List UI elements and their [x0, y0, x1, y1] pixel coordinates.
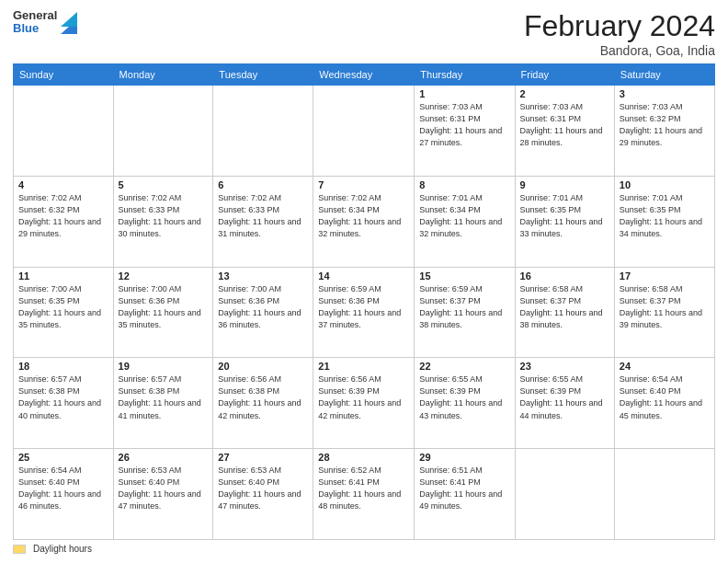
table-row: 18Sunrise: 6:57 AMSunset: 6:38 PMDayligh… [14, 358, 114, 449]
logo-text: General Blue [13, 9, 57, 36]
day-info: Sunrise: 6:54 AMSunset: 6:40 PMDaylight:… [620, 373, 710, 421]
day-number: 29 [419, 452, 509, 463]
day-number: 16 [520, 270, 609, 282]
table-row: 13Sunrise: 7:00 AMSunset: 6:36 PMDayligh… [213, 267, 313, 358]
table-row: 8Sunrise: 7:01 AMSunset: 6:34 PMDaylight… [415, 176, 515, 267]
day-number: 3 [620, 88, 710, 99]
table-row: 15Sunrise: 6:59 AMSunset: 6:37 PMDayligh… [415, 267, 515, 358]
table-row [113, 86, 213, 177]
day-info: Sunrise: 7:01 AMSunset: 6:34 PMDaylight:… [419, 192, 509, 240]
day-info: Sunrise: 6:57 AMSunset: 6:38 PMDaylight:… [119, 373, 209, 421]
table-row: 1Sunrise: 7:03 AMSunset: 6:31 PMDaylight… [415, 86, 515, 177]
table-row: 17Sunrise: 6:58 AMSunset: 6:37 PMDayligh… [614, 267, 714, 358]
day-number: 9 [520, 179, 609, 190]
table-row [614, 449, 714, 540]
calendar-table: SundayMondayTuesdayWednesdayThursdayFrid… [13, 63, 715, 540]
logo-blue: Blue [13, 22, 57, 35]
day-info: Sunrise: 7:00 AMSunset: 6:36 PMDaylight:… [119, 283, 209, 331]
svg-marker-1 [61, 12, 77, 27]
day-number: 13 [218, 270, 308, 282]
day-info: Sunrise: 6:53 AMSunset: 6:40 PMDaylight:… [119, 465, 209, 512]
day-number: 1 [419, 88, 509, 99]
table-row: 4Sunrise: 7:02 AMSunset: 6:32 PMDaylight… [14, 176, 114, 267]
table-row: 29Sunrise: 6:51 AMSunset: 6:41 PMDayligh… [415, 449, 515, 540]
month-title: February 2024 [524, 9, 715, 43]
day-number: 22 [419, 361, 509, 372]
table-row: 28Sunrise: 6:52 AMSunset: 6:41 PMDayligh… [313, 449, 415, 540]
day-info: Sunrise: 6:59 AMSunset: 6:36 PMDaylight:… [318, 283, 409, 331]
table-row: 9Sunrise: 7:01 AMSunset: 6:35 PMDaylight… [515, 176, 614, 267]
day-number: 8 [419, 179, 509, 190]
day-info: Sunrise: 6:52 AMSunset: 6:41 PMDaylight:… [318, 465, 409, 512]
table-row: 23Sunrise: 6:55 AMSunset: 6:39 PMDayligh… [515, 358, 614, 449]
day-info: Sunrise: 6:59 AMSunset: 6:37 PMDaylight:… [419, 283, 509, 331]
legend-label: Daylight hours [33, 544, 92, 554]
logo-icon [61, 10, 77, 34]
day-number: 19 [119, 361, 209, 372]
table-row: 3Sunrise: 7:03 AMSunset: 6:32 PMDaylight… [614, 86, 714, 177]
day-number: 7 [318, 179, 409, 190]
day-info: Sunrise: 6:54 AMSunset: 6:40 PMDaylight:… [18, 465, 108, 512]
table-row [213, 86, 313, 177]
day-number: 10 [620, 179, 710, 190]
table-row: 2Sunrise: 7:03 AMSunset: 6:31 PMDaylight… [515, 86, 614, 177]
col-header-monday: Monday [113, 64, 213, 86]
table-row: 22Sunrise: 6:55 AMSunset: 6:39 PMDayligh… [415, 358, 515, 449]
day-info: Sunrise: 6:55 AMSunset: 6:39 PMDaylight:… [419, 373, 509, 421]
logo: General Blue [13, 9, 77, 36]
table-row: 21Sunrise: 6:56 AMSunset: 6:39 PMDayligh… [313, 358, 415, 449]
footer: Daylight hours [13, 544, 715, 554]
day-info: Sunrise: 7:01 AMSunset: 6:35 PMDaylight:… [520, 192, 609, 240]
day-number: 11 [18, 270, 108, 282]
day-info: Sunrise: 6:55 AMSunset: 6:39 PMDaylight:… [520, 373, 609, 421]
legend-box [13, 545, 26, 554]
table-row [14, 86, 114, 177]
day-number: 28 [318, 452, 409, 463]
day-number: 6 [218, 179, 308, 190]
table-row: 27Sunrise: 6:53 AMSunset: 6:40 PMDayligh… [213, 449, 313, 540]
table-row: 12Sunrise: 7:00 AMSunset: 6:36 PMDayligh… [113, 267, 213, 358]
day-number: 26 [119, 452, 209, 463]
day-info: Sunrise: 7:00 AMSunset: 6:35 PMDaylight:… [18, 283, 108, 331]
table-row: 19Sunrise: 6:57 AMSunset: 6:38 PMDayligh… [113, 358, 213, 449]
day-number: 4 [18, 179, 108, 190]
table-row: 24Sunrise: 6:54 AMSunset: 6:40 PMDayligh… [614, 358, 714, 449]
day-info: Sunrise: 7:03 AMSunset: 6:32 PMDaylight:… [620, 101, 710, 149]
day-info: Sunrise: 7:00 AMSunset: 6:36 PMDaylight:… [218, 283, 308, 331]
day-info: Sunrise: 6:56 AMSunset: 6:38 PMDaylight:… [218, 373, 308, 421]
day-info: Sunrise: 6:53 AMSunset: 6:40 PMDaylight:… [218, 465, 308, 512]
day-number: 21 [318, 361, 409, 372]
table-row: 11Sunrise: 7:00 AMSunset: 6:35 PMDayligh… [14, 267, 114, 358]
day-info: Sunrise: 6:57 AMSunset: 6:38 PMDaylight:… [18, 373, 108, 421]
day-info: Sunrise: 7:02 AMSunset: 6:33 PMDaylight:… [119, 192, 209, 240]
logo-general: General [13, 9, 57, 22]
day-info: Sunrise: 6:58 AMSunset: 6:37 PMDaylight:… [620, 283, 710, 331]
day-info: Sunrise: 7:02 AMSunset: 6:33 PMDaylight:… [218, 192, 308, 240]
table-row: 7Sunrise: 7:02 AMSunset: 6:34 PMDaylight… [313, 176, 415, 267]
col-header-friday: Friday [515, 64, 614, 86]
day-number: 2 [520, 88, 609, 99]
table-row: 10Sunrise: 7:01 AMSunset: 6:35 PMDayligh… [614, 176, 714, 267]
col-header-thursday: Thursday [415, 64, 515, 86]
day-info: Sunrise: 7:03 AMSunset: 6:31 PMDaylight:… [419, 101, 509, 149]
day-number: 14 [318, 270, 409, 282]
day-info: Sunrise: 7:02 AMSunset: 6:34 PMDaylight:… [318, 192, 409, 240]
table-row: 6Sunrise: 7:02 AMSunset: 6:33 PMDaylight… [213, 176, 313, 267]
day-number: 15 [419, 270, 509, 282]
table-row [313, 86, 415, 177]
day-info: Sunrise: 7:01 AMSunset: 6:35 PMDaylight:… [620, 192, 710, 240]
col-header-wednesday: Wednesday [313, 64, 415, 86]
day-number: 5 [119, 179, 209, 190]
day-number: 24 [620, 361, 710, 372]
day-number: 23 [520, 361, 609, 372]
day-info: Sunrise: 7:02 AMSunset: 6:32 PMDaylight:… [18, 192, 108, 240]
day-info: Sunrise: 6:56 AMSunset: 6:39 PMDaylight:… [318, 373, 409, 421]
table-row: 16Sunrise: 6:58 AMSunset: 6:37 PMDayligh… [515, 267, 614, 358]
table-row: 20Sunrise: 6:56 AMSunset: 6:38 PMDayligh… [213, 358, 313, 449]
col-header-saturday: Saturday [614, 64, 714, 86]
table-row: 26Sunrise: 6:53 AMSunset: 6:40 PMDayligh… [113, 449, 213, 540]
day-number: 25 [18, 452, 108, 463]
day-info: Sunrise: 7:03 AMSunset: 6:31 PMDaylight:… [520, 101, 609, 149]
day-info: Sunrise: 6:51 AMSunset: 6:41 PMDaylight:… [419, 465, 509, 512]
col-header-tuesday: Tuesday [213, 64, 313, 86]
